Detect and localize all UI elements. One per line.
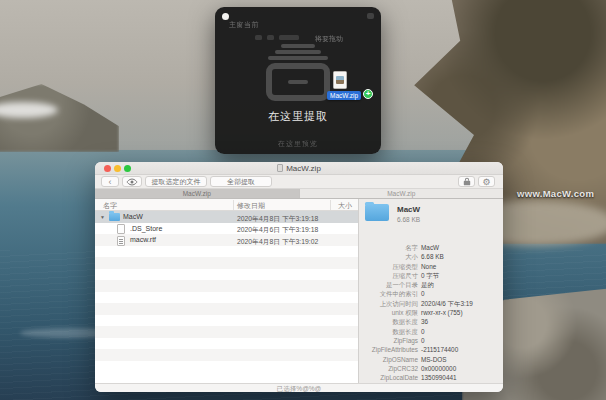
detail-row: 数据长度36 [359, 317, 503, 326]
detail-key: ZipOSName [359, 355, 421, 364]
list-empty-row [95, 303, 358, 315]
detail-key: ZipFileAttributes [359, 345, 421, 354]
window-title: MacW.zip [95, 164, 503, 173]
file-name: MacW [123, 213, 143, 220]
hud-hint-label: 将要拖动 [315, 34, 343, 44]
detail-key: 文件中的索引 [359, 289, 421, 298]
list-empty-row [95, 280, 358, 292]
detail-value: 2020/4/6 下午3:19 [421, 299, 473, 308]
detail-value: 36 [421, 317, 428, 326]
archive-window: MacW.zip ‹ 提取选定的文件 全部提取 [95, 162, 503, 392]
detail-row: ZipLocalDate1350990441 [359, 373, 503, 382]
column-header-0[interactable]: 名字 [103, 201, 117, 211]
hud-chip-icon [255, 35, 262, 40]
tab-macw-zip[interactable]: MacW.zip [300, 189, 504, 198]
desktop: www.MacW.com 主窗当前 将要拖动 MacW.zip + 在这里提取 … [0, 0, 606, 400]
tab-bar: MacW.zipMacW.zip [95, 189, 503, 199]
folder-icon [109, 213, 120, 221]
info-sidebar: MacW 6.68 KB 名字MacW大小6.68 KB压缩类型None压缩尺寸… [358, 199, 503, 383]
selected-folder-icon [365, 204, 389, 221]
hud-header-label: 主窗当前 [229, 20, 259, 30]
hud-chip-icon [279, 35, 299, 40]
back-button[interactable]: ‹ [101, 176, 119, 187]
detail-value: 0 字节 [421, 271, 439, 280]
extract-all-button[interactable]: 全部提取 [210, 176, 272, 187]
copy-plus-badge: + [363, 89, 373, 99]
column-header-2[interactable]: 大小 [338, 201, 352, 211]
detail-key: 名字 [359, 243, 421, 252]
detail-key: 数据长度 [359, 327, 421, 336]
close-button[interactable] [222, 13, 229, 20]
detail-value: -2115174400 [421, 345, 458, 354]
detail-list: 名字MacW大小6.68 KB压缩类型None压缩尺寸0 字节是一个目录是的文件… [359, 243, 503, 382]
selected-item-name: MacW [397, 205, 420, 214]
file-name: macw.rtf [130, 236, 156, 243]
detail-key: unix 权限 [359, 308, 421, 317]
file-icon [117, 224, 125, 234]
table-row[interactable]: ▼MacW2020年4月8日 下午3:19:18 [95, 211, 358, 223]
detail-row: ZipCRC320x00000000 [359, 364, 503, 373]
detail-row: ZipFlags0 [359, 336, 503, 345]
detail-row: 名字MacW [359, 243, 503, 252]
detail-row: 大小6.68 KB [359, 252, 503, 261]
detail-value: 0 [421, 289, 425, 298]
zip-doc-icon [277, 164, 283, 172]
file-rows: ▼MacW2020年4月8日 下午3:19:18.DS_Store2020年4月… [95, 211, 358, 367]
settings-gear-button[interactable]: ⚙ [478, 176, 495, 187]
gear-icon: ⚙ [482, 177, 490, 187]
detail-key: ZipFlags [359, 336, 421, 345]
table-row[interactable]: .DS_Store2020年4月6日 下午3:19:18 [95, 223, 358, 235]
detail-key: 大小 [359, 252, 421, 261]
extract-tray-icon[interactable] [266, 63, 330, 101]
hud-chip-icon [267, 35, 274, 40]
preview-eye-button[interactable] [122, 176, 142, 187]
selected-item-size: 6.68 KB [397, 216, 420, 223]
detail-value: 0 [421, 327, 425, 336]
detail-row: 文件中的索引0 [359, 289, 503, 298]
extract-drop-window: 主窗当前 将要拖动 MacW.zip + 在这里提取 在这里预览 [215, 7, 381, 154]
dragged-file-label: MacW.zip [327, 91, 361, 100]
column-header-1[interactable]: 修改日期 [237, 201, 265, 211]
hud-corner-icon [367, 13, 374, 19]
detail-value: MacW [421, 243, 439, 252]
list-empty-row [95, 269, 358, 281]
list-empty-row [95, 338, 358, 350]
disclosure-icon[interactable]: ▼ [100, 214, 105, 220]
list-empty-row [95, 292, 358, 304]
detail-key: 压缩类型 [359, 262, 421, 271]
detail-value: 1350990441 [421, 373, 457, 382]
detail-row: 上次访问时间2020/4/6 下午3:19 [359, 299, 503, 308]
detail-value: 0x00000000 [421, 364, 456, 373]
detail-key: 数据长度 [359, 317, 421, 326]
eye-icon [126, 178, 138, 186]
list-empty-row [95, 349, 358, 361]
hud-hint-row: 将要拖动 [215, 34, 381, 42]
dragged-file[interactable]: MacW.zip + [327, 71, 379, 111]
detail-row: 是一个目录是的 [359, 280, 503, 289]
extract-selected-button[interactable]: 提取选定的文件 [145, 176, 207, 187]
detail-key: ZipCRC32 [359, 364, 421, 373]
detail-row: 压缩尺寸0 字节 [359, 271, 503, 280]
list-empty-row [95, 326, 358, 338]
file-list-pane: 名字修改日期大小 ▼MacW2020年4月8日 下午3:19:18.DS_Sto… [95, 199, 358, 383]
rtf-file-icon [117, 236, 125, 246]
list-empty-row [95, 257, 358, 269]
dragged-file-icon [333, 71, 347, 89]
detail-row: 数据长度0 [359, 327, 503, 336]
detail-row: 压缩类型None [359, 262, 503, 271]
detail-row: ZipOSNameMS-DOS [359, 355, 503, 364]
detail-key: 压缩尺寸 [359, 271, 421, 280]
detail-key: ZipLocalDate [359, 373, 421, 382]
list-header: 名字修改日期大小 [95, 199, 358, 211]
lock-icon [463, 177, 471, 186]
detail-value: MS-DOS [421, 355, 447, 364]
password-lock-button[interactable] [458, 176, 475, 187]
detail-value: 0 [421, 336, 425, 345]
detail-value: None [421, 262, 436, 271]
detail-value: 是的 [421, 280, 434, 289]
detail-key: 上次访问时间 [359, 299, 421, 308]
tab-macw-zip[interactable]: MacW.zip [95, 189, 300, 198]
list-empty-row [95, 315, 358, 327]
table-row[interactable]: macw.rtf2020年4月8日 下午3:19:02 [95, 234, 358, 246]
archive-stack-icon [263, 44, 333, 62]
